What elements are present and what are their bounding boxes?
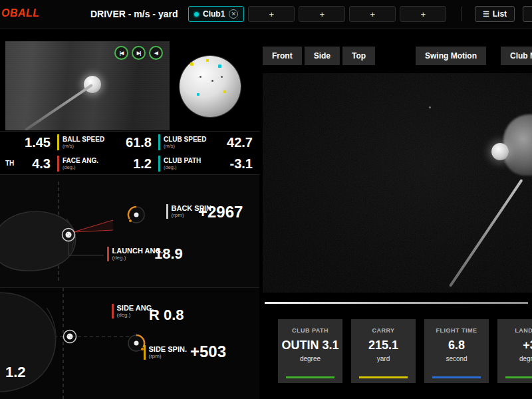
metric-color-bar <box>57 156 59 172</box>
close-icon[interactable]: ✕ <box>229 9 238 19</box>
metric-value: 61.8 <box>126 135 158 150</box>
video-noise-overlay <box>263 73 532 293</box>
metric-cell-club-path: CLUB PATH (deg.) -3.1 <box>158 153 259 174</box>
metric-color-bar <box>144 345 146 360</box>
metric-color-bar <box>158 134 160 150</box>
golf-ball-image <box>84 76 101 93</box>
metric-unit: (m/s) <box>63 144 104 149</box>
stat-card-club-path: CLUB PATH OUTIN 3.1 degree <box>278 319 342 383</box>
video-speck <box>429 106 431 108</box>
side-spin-unit: (rpm) <box>149 354 187 360</box>
club-shaft-image <box>449 179 523 287</box>
golf-ball-image <box>491 143 509 160</box>
stat-card-flight-time: FLIGHT TIME 6.8 second <box>424 319 489 383</box>
stat-color-bar <box>432 376 481 378</box>
list-button-label: List <box>493 9 507 19</box>
metric-cell-ball-speed: BALL SPEED (m/s) 61.8 <box>57 132 158 153</box>
step-forward-icon[interactable]: ▶| <box>132 46 146 60</box>
tab-front[interactable]: Front <box>263 47 302 65</box>
stat-label: CARRY <box>351 327 416 334</box>
metric-label: FACE ANG. <box>63 157 98 165</box>
ball-marker-yellow <box>190 63 194 66</box>
stat-color-bar <box>359 376 408 378</box>
ball-marker-yellow <box>206 59 209 62</box>
metric-value: 1.45 <box>25 135 57 150</box>
tab-swing-motion[interactable]: Swing Motion <box>416 47 486 65</box>
metric-color-bar <box>0 134 2 150</box>
swing-video-frame <box>263 73 532 293</box>
backspin-gauge-icon <box>128 207 144 223</box>
stat-value: OUTIN 3.1 <box>278 338 342 352</box>
stat-unit: yard <box>351 355 416 362</box>
play-reverse-icon[interactable]: ◀ <box>149 46 163 60</box>
metric-cell-smash: 1.45 <box>0 132 57 153</box>
add-club-tab-2[interactable]: + <box>299 6 345 22</box>
launch-monitor-app: OBALL DRIVER - m/s - yard Club1 ✕ + + + … <box>0 0 532 399</box>
ball-dimple-dot <box>200 76 201 78</box>
metric-value: 4.3 <box>32 156 57 172</box>
metric-color-bar <box>158 156 160 172</box>
metric-color-bar <box>112 304 114 319</box>
ball-position-icon <box>64 331 76 343</box>
step-back-icon[interactable]: |◀ <box>114 46 128 60</box>
stat-unit: degree <box>278 355 342 362</box>
tab-side[interactable]: Side <box>305 47 340 65</box>
metric-label: TH <box>5 160 14 168</box>
metric-label: CLUB SPEED <box>164 136 206 144</box>
sidespin-gauge-icon <box>128 335 144 351</box>
metric-unit: (m/s) <box>164 144 206 149</box>
stat-card-carry: CARRY 215.1 yard <box>351 319 416 383</box>
ball-marker-cyan <box>197 93 200 96</box>
stat-label: LANDING <box>497 327 532 334</box>
metric-color-bar <box>0 156 2 172</box>
driver-head-side-silhouette <box>0 211 76 271</box>
metric-cell-face-angle: FACE ANG. (deg.) 1.2 <box>57 153 158 174</box>
ball-spin-view <box>180 56 241 117</box>
result-stat-cards: CLUB PATH OUTIN 3.1 degree CARRY 215.1 y… <box>278 319 532 383</box>
metric-unit: (deg.) <box>63 165 98 170</box>
brand-logo: OBALL <box>1 7 40 19</box>
corner-value: 1.2 <box>5 364 26 381</box>
stat-label: CLUB PATH <box>278 327 342 334</box>
motion-tabs: Swing Motion Club Motion <box>416 47 532 65</box>
camera-view-tabs: Front Side Top <box>263 47 375 65</box>
clipped-edge-button[interactable] <box>523 6 532 22</box>
ball-dimple-dot <box>221 76 223 78</box>
tab-top[interactable]: Top <box>342 47 375 65</box>
metric-color-bar <box>107 247 109 261</box>
list-button[interactable]: ☰ List <box>475 6 515 22</box>
stat-unit: second <box>424 355 489 362</box>
back-spin-value: +2967 <box>198 203 243 221</box>
club-tab-label: Club1 <box>203 9 225 19</box>
metric-color-bar <box>57 134 59 150</box>
add-club-tab-1[interactable]: + <box>248 6 295 22</box>
stat-unit: degree <box>497 355 532 362</box>
launch-angle-value: 18.9 <box>154 245 183 263</box>
metric-value: 1.2 <box>133 156 158 172</box>
ball-marker-yellow <box>223 90 226 93</box>
playback-controls: |◀ ▶| ◀ <box>114 46 163 60</box>
ball-position-icon <box>63 229 75 241</box>
ball-marker-cyan <box>218 65 221 68</box>
tab-club-motion[interactable]: Club Motion <box>501 47 532 65</box>
stat-value: +3 <box>497 338 532 352</box>
stat-card-landing: LANDING +3 degree <box>497 319 532 383</box>
add-club-tab-3[interactable]: + <box>349 6 396 22</box>
metric-label: BALL SPEED <box>63 136 104 144</box>
club-head-image <box>503 114 532 176</box>
side-spin-value: +503 <box>190 342 226 361</box>
metric-value: 42.7 <box>227 135 259 150</box>
metric-unit: (deg.) <box>164 165 201 170</box>
stat-value: 215.1 <box>351 338 416 352</box>
club-tab-strip: Club1 ✕ + + + + <box>188 6 446 22</box>
top-bar: OBALL DRIVER - m/s - yard Club1 ✕ + + + … <box>0 0 532 29</box>
add-club-tab-4[interactable]: + <box>400 6 446 22</box>
metric-color-bar <box>166 204 168 219</box>
stat-color-bar <box>505 376 532 378</box>
video-progress-bar[interactable] <box>265 302 528 304</box>
ball-dimple-dot <box>211 80 213 82</box>
club-tab-active[interactable]: Club1 ✕ <box>188 6 244 22</box>
topbar-divider <box>462 7 462 21</box>
session-title: DRIVER - m/s - yard <box>90 9 178 19</box>
metric-cell-path: TH 4.3 <box>0 153 57 174</box>
